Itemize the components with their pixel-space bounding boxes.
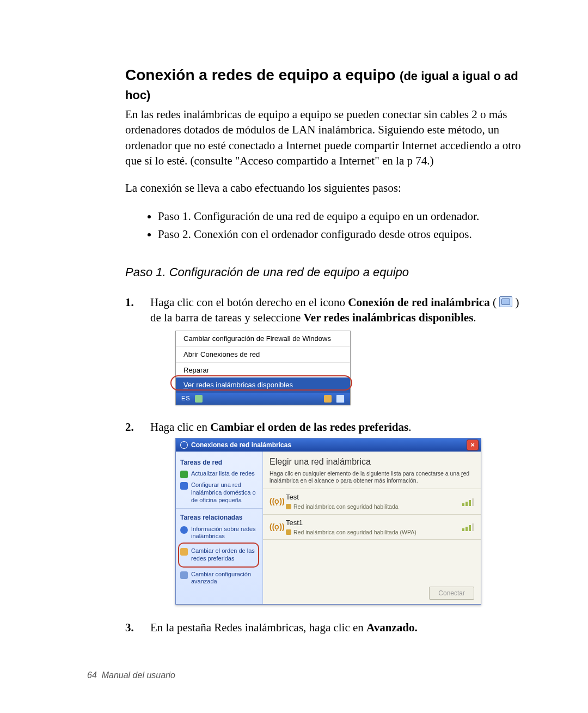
wireless-tray-icon — [499, 296, 512, 307]
side-heading: Tareas relacionadas — [180, 513, 258, 522]
side-panel: Tareas de red Actualizar lista de redes … — [176, 452, 263, 604]
taskbar-tray: ES — [176, 393, 350, 405]
list-item: Paso 2. Conexión con el ordenador config… — [158, 226, 523, 243]
ordered-steps: 1. Haga clic con el botón derecho en el … — [125, 295, 523, 636]
accelerator-letter: V — [183, 381, 188, 389]
panel-heading: Elegir una red inalámbrica — [263, 452, 481, 470]
network-name: Test — [286, 492, 457, 502]
language-indicator[interactable]: ES — [181, 394, 191, 403]
network-name: Test1 — [286, 518, 457, 528]
wireless-window-figure: Conexiones de red inalámbricas × Tareas … — [175, 438, 481, 605]
step-text: En la pestaña Redes inalámbricas, haga c… — [150, 621, 418, 634]
star-icon — [180, 548, 188, 556]
antenna-icon: ((ọ)) — [270, 522, 280, 532]
setup-network-link[interactable]: Configurar una red inalámbrica doméstica… — [180, 482, 258, 504]
lead-paragraph: La conexión se lleva a cabo efectuando l… — [125, 180, 523, 196]
step-number: 2. — [125, 419, 134, 435]
connect-button[interactable]: Conectar — [429, 587, 474, 600]
window-title: Conexiones de red inalámbricas — [191, 441, 291, 449]
panel-subtext: Haga clic en cualquier elemento de la si… — [263, 470, 481, 489]
network-icon — [180, 482, 188, 490]
close-icon[interactable]: × — [467, 440, 479, 450]
page-title: Conexión a redes de equipo a equipo (de … — [125, 65, 523, 103]
antenna-icon: ((ọ)) — [270, 496, 280, 507]
intro-paragraph: En las redes inalámbricas de equipo a eq… — [125, 107, 523, 168]
window-titlebar: Conexiones de red inalámbricas × — [176, 438, 481, 452]
step-text: Haga clic en Cambiar el orden de las red… — [150, 421, 411, 434]
refresh-link[interactable]: Actualizar lista de redes — [180, 470, 258, 478]
steps-overview-list: Paso 1. Configuración de una red de equi… — [158, 208, 523, 243]
step-number: 3. — [125, 620, 134, 635]
step-3: 3. En la pestaña Redes inalámbricas, hag… — [125, 620, 523, 635]
change-order-link[interactable]: Cambiar el orden de las redes preferidas — [180, 547, 257, 563]
section-heading: Paso 1. Configuración de una red de equi… — [125, 265, 523, 279]
lock-icon — [286, 529, 291, 535]
step-2: 2. Haga clic en Cambiar el orden de las … — [125, 419, 523, 605]
list-item: Paso 1. Configuración de una red de equi… — [158, 208, 523, 226]
callout-circle: Cambiar el orden de las redes preferidas — [178, 543, 259, 568]
step-1: 1. Haga clic con el botón derecho en el … — [125, 295, 523, 405]
gear-icon — [180, 571, 188, 579]
network-desc: Red inalámbrica con seguridad habilitada — [293, 503, 399, 510]
page-footer: 64 Manual del usuario — [87, 671, 175, 680]
info-icon — [180, 526, 188, 534]
document-page: Conexión a redes de equipo a equipo (de … — [0, 0, 588, 713]
refresh-icon — [180, 471, 188, 478]
button-row: Conectar — [263, 582, 481, 604]
window-body: Tareas de red Actualizar lista de redes … — [176, 452, 481, 604]
menu-item[interactable]: Abrir Conexiones de red — [176, 346, 350, 362]
wireless-icon — [180, 441, 188, 449]
tray-icon[interactable] — [195, 395, 203, 403]
lock-icon — [286, 504, 291, 509]
info-link[interactable]: Información sobre redes inalámbricas — [180, 526, 258, 541]
footer-label: Manual del usuario — [102, 671, 175, 680]
menu-item-highlighted[interactable]: Ver redes inalámbricas disponibles — [176, 377, 350, 393]
menu-item[interactable]: Cambiar configuración de Firewall de Win… — [176, 331, 350, 346]
step-number: 1. — [125, 295, 134, 310]
title-main: Conexión a redes de equipo a equipo — [125, 66, 400, 83]
divider — [176, 508, 262, 509]
network-desc: Red inalámbrica con seguridad habilitada… — [293, 528, 416, 536]
network-item[interactable]: ((ọ)) Test1 Red inalámbrica con segurida… — [263, 515, 481, 540]
signal-bars-icon — [462, 522, 474, 531]
context-menu-figure: Cambiar configuración de Firewall de Win… — [175, 331, 351, 405]
tray-icon[interactable] — [324, 395, 332, 403]
advanced-config-link[interactable]: Cambiar configuración avanzada — [180, 571, 258, 586]
side-heading: Tareas de red — [180, 458, 258, 467]
network-item[interactable]: ((ọ)) Test Red inalámbrica con seguridad… — [263, 489, 481, 515]
signal-bars-icon — [462, 497, 474, 506]
main-panel: Elegir una red inalámbrica Haga clic en … — [263, 452, 481, 604]
tray-wireless-icon[interactable] — [336, 394, 345, 403]
page-number: 64 — [87, 671, 97, 680]
menu-item[interactable]: Reparar — [176, 362, 350, 378]
step-text: Haga clic con el botón derecho en el ico… — [150, 296, 519, 324]
